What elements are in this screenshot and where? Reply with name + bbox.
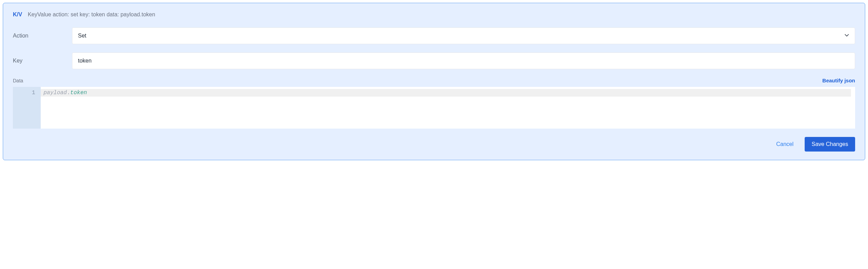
data-section: Data Beautify json 1 payload.token — [13, 78, 855, 129]
action-row: Action — [13, 27, 855, 44]
panel-footer: Cancel Save Changes — [13, 137, 855, 152]
action-select-wrapper — [72, 27, 855, 44]
panel-header: K/V KeyValue action: set key: token data… — [13, 11, 855, 18]
code-editor[interactable]: 1 payload.token — [13, 87, 855, 129]
key-input[interactable] — [72, 52, 855, 69]
line-number: 1 — [13, 89, 35, 97]
action-select[interactable] — [72, 27, 855, 44]
beautify-json-link[interactable]: Beautify json — [822, 78, 855, 83]
code-token-property: token — [70, 90, 87, 96]
panel-title: KeyValue action: set key: token data: pa… — [28, 11, 155, 18]
action-label: Action — [13, 33, 72, 39]
code-line: payload.token — [41, 89, 851, 97]
key-row: Key — [13, 52, 855, 69]
kv-badge: K/V — [13, 11, 22, 18]
data-header: Data Beautify json — [13, 78, 855, 83]
editor-gutter: 1 — [13, 87, 41, 129]
kv-config-panel: K/V KeyValue action: set key: token data… — [3, 3, 865, 160]
data-label: Data — [13, 78, 23, 83]
code-content[interactable]: payload.token — [41, 87, 855, 129]
cancel-button[interactable]: Cancel — [773, 138, 796, 151]
code-token-dot: . — [67, 90, 70, 96]
save-changes-button[interactable]: Save Changes — [805, 137, 855, 152]
key-label: Key — [13, 58, 72, 64]
code-token-object: payload — [44, 90, 67, 96]
